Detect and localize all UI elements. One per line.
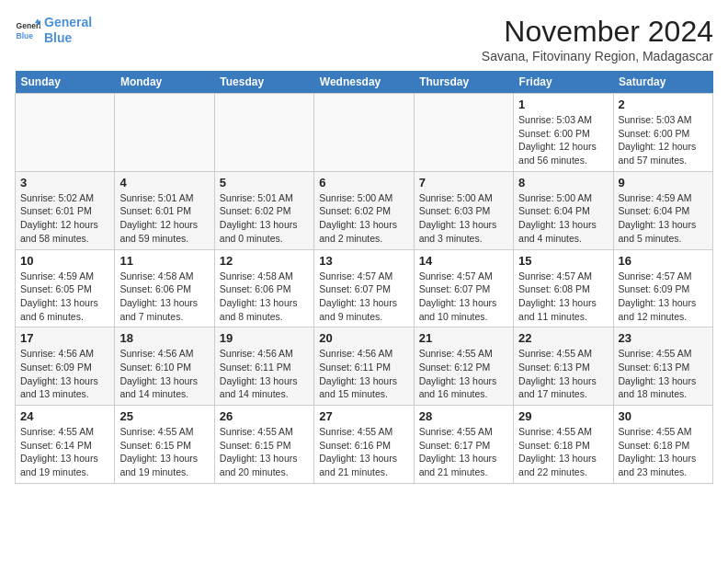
day-cell: 24Sunrise: 4:55 AMSunset: 6:14 PMDayligh… — [16, 406, 115, 484]
day-info: Sunrise: 4:58 AMSunset: 6:06 PMDaylight:… — [119, 270, 209, 324]
day-number: 14 — [419, 254, 508, 268]
day-cell: 5Sunrise: 5:01 AMSunset: 6:02 PMDaylight… — [214, 171, 313, 249]
weekday-header-tuesday: Tuesday — [214, 71, 313, 94]
day-cell: 11Sunrise: 4:58 AMSunset: 6:06 PMDayligh… — [115, 249, 214, 327]
day-cell — [314, 94, 414, 172]
day-info: Sunrise: 5:02 AMSunset: 6:01 PMDaylight:… — [20, 191, 109, 246]
day-number: 17 — [20, 331, 109, 345]
weekday-header-saturday: Saturday — [613, 71, 712, 94]
day-number: 16 — [619, 254, 708, 268]
weekday-header-monday: Monday — [115, 71, 214, 94]
day-info: Sunrise: 4:55 AMSunset: 6:15 PMDaylight:… — [220, 425, 309, 479]
day-cell: 26Sunrise: 4:55 AMSunset: 6:15 PMDayligh… — [214, 406, 313, 484]
day-number: 15 — [518, 254, 608, 268]
month-title: November 2024 — [482, 15, 713, 49]
day-cell: 6Sunrise: 5:00 AMSunset: 6:02 PMDaylight… — [314, 171, 414, 249]
day-info: Sunrise: 4:55 AMSunset: 6:14 PMDaylight:… — [20, 425, 109, 479]
day-cell: 3Sunrise: 5:02 AMSunset: 6:01 PMDaylight… — [16, 171, 115, 249]
day-cell: 9Sunrise: 4:59 AMSunset: 6:04 PMDaylight… — [613, 171, 712, 249]
day-info: Sunrise: 4:55 AMSunset: 6:13 PMDaylight:… — [619, 347, 708, 401]
day-cell: 15Sunrise: 4:57 AMSunset: 6:08 PMDayligh… — [514, 249, 613, 327]
day-number: 21 — [419, 331, 508, 345]
day-info: Sunrise: 5:03 AMSunset: 6:00 PMDaylight:… — [518, 113, 608, 167]
day-number: 10 — [20, 254, 109, 268]
day-number: 8 — [518, 176, 608, 190]
day-info: Sunrise: 4:55 AMSunset: 6:18 PMDaylight:… — [518, 425, 608, 479]
day-info: Sunrise: 4:55 AMSunset: 6:15 PMDaylight:… — [119, 425, 209, 479]
day-cell: 21Sunrise: 4:55 AMSunset: 6:12 PMDayligh… — [414, 327, 513, 406]
day-cell: 7Sunrise: 5:00 AMSunset: 6:03 PMDaylight… — [414, 171, 513, 249]
week-row-4: 17Sunrise: 4:56 AMSunset: 6:09 PMDayligh… — [16, 327, 713, 406]
day-info: Sunrise: 4:55 AMSunset: 6:13 PMDaylight:… — [518, 347, 608, 401]
weekday-header-wednesday: Wednesday — [314, 71, 414, 94]
day-cell: 10Sunrise: 4:59 AMSunset: 6:05 PMDayligh… — [16, 249, 115, 327]
day-cell: 22Sunrise: 4:55 AMSunset: 6:13 PMDayligh… — [514, 327, 613, 406]
day-number: 2 — [619, 98, 708, 111]
day-number: 22 — [518, 331, 608, 345]
day-info: Sunrise: 4:56 AMSunset: 6:10 PMDaylight:… — [119, 347, 209, 401]
weekday-header-sunday: Sunday — [16, 71, 115, 94]
day-number: 7 — [419, 176, 508, 190]
week-row-3: 10Sunrise: 4:59 AMSunset: 6:05 PMDayligh… — [16, 249, 713, 327]
day-info: Sunrise: 4:56 AMSunset: 6:09 PMDaylight:… — [20, 347, 109, 401]
day-info: Sunrise: 5:03 AMSunset: 6:00 PMDaylight:… — [619, 113, 708, 167]
day-cell: 16Sunrise: 4:57 AMSunset: 6:09 PMDayligh… — [613, 249, 712, 327]
week-row-5: 24Sunrise: 4:55 AMSunset: 6:14 PMDayligh… — [16, 406, 713, 484]
day-info: Sunrise: 4:55 AMSunset: 6:17 PMDaylight:… — [419, 425, 508, 479]
day-cell: 8Sunrise: 5:00 AMSunset: 6:04 PMDaylight… — [514, 171, 613, 249]
day-number: 13 — [319, 254, 408, 268]
day-number: 18 — [119, 331, 209, 345]
day-info: Sunrise: 5:01 AMSunset: 6:02 PMDaylight:… — [220, 191, 309, 246]
weekday-header-thursday: Thursday — [414, 71, 513, 94]
day-number: 11 — [119, 254, 209, 268]
day-cell: 17Sunrise: 4:56 AMSunset: 6:09 PMDayligh… — [16, 327, 115, 406]
day-number: 12 — [220, 254, 309, 268]
day-number: 25 — [119, 409, 209, 423]
day-number: 27 — [319, 409, 408, 423]
day-info: Sunrise: 4:56 AMSunset: 6:11 PMDaylight:… — [319, 347, 408, 401]
week-row-1: 1Sunrise: 5:03 AMSunset: 6:00 PMDaylight… — [16, 94, 713, 172]
day-cell — [214, 94, 313, 172]
day-cell: 18Sunrise: 4:56 AMSunset: 6:10 PMDayligh… — [115, 327, 214, 406]
day-number: 5 — [220, 176, 309, 190]
day-info: Sunrise: 4:55 AMSunset: 6:16 PMDaylight:… — [319, 425, 408, 479]
day-number: 6 — [319, 176, 408, 190]
day-number: 26 — [220, 409, 309, 423]
day-number: 23 — [619, 331, 708, 345]
day-cell: 12Sunrise: 4:58 AMSunset: 6:06 PMDayligh… — [214, 249, 313, 327]
svg-text:Blue: Blue — [17, 30, 34, 40]
weekday-header-row: SundayMondayTuesdayWednesdayThursdayFrid… — [16, 71, 713, 94]
day-number: 19 — [220, 331, 309, 345]
day-cell: 1Sunrise: 5:03 AMSunset: 6:00 PMDaylight… — [514, 94, 613, 172]
day-number: 4 — [119, 176, 209, 190]
location-title: Savana, Fitovinany Region, Madagascar — [482, 49, 713, 63]
day-info: Sunrise: 4:59 AMSunset: 6:04 PMDaylight:… — [619, 191, 708, 246]
day-number: 1 — [518, 98, 608, 111]
day-cell: 14Sunrise: 4:57 AMSunset: 6:07 PMDayligh… — [414, 249, 513, 327]
day-cell: 28Sunrise: 4:55 AMSunset: 6:17 PMDayligh… — [414, 406, 513, 484]
day-cell: 29Sunrise: 4:55 AMSunset: 6:18 PMDayligh… — [514, 406, 613, 484]
day-info: Sunrise: 5:00 AMSunset: 6:03 PMDaylight:… — [419, 191, 508, 246]
title-area: November 2024 Savana, Fitovinany Region,… — [482, 15, 713, 63]
day-info: Sunrise: 4:56 AMSunset: 6:11 PMDaylight:… — [220, 347, 309, 401]
day-number: 30 — [619, 409, 708, 423]
logo-icon: General Blue — [15, 17, 40, 43]
day-number: 9 — [619, 176, 708, 190]
day-number: 28 — [419, 409, 508, 423]
day-cell: 19Sunrise: 4:56 AMSunset: 6:11 PMDayligh… — [214, 327, 313, 406]
day-cell: 2Sunrise: 5:03 AMSunset: 6:00 PMDaylight… — [613, 94, 712, 172]
day-info: Sunrise: 4:55 AMSunset: 6:18 PMDaylight:… — [619, 425, 708, 479]
day-cell: 20Sunrise: 4:56 AMSunset: 6:11 PMDayligh… — [314, 327, 414, 406]
day-number: 29 — [518, 409, 608, 423]
day-info: Sunrise: 4:59 AMSunset: 6:05 PMDaylight:… — [20, 270, 109, 324]
day-cell: 30Sunrise: 4:55 AMSunset: 6:18 PMDayligh… — [613, 406, 712, 484]
day-info: Sunrise: 4:57 AMSunset: 6:07 PMDaylight:… — [419, 270, 508, 324]
day-number: 24 — [20, 409, 109, 423]
day-info: Sunrise: 4:58 AMSunset: 6:06 PMDaylight:… — [220, 270, 309, 324]
header: General Blue General Blue November 2024 … — [15, 15, 713, 63]
day-cell — [16, 94, 115, 172]
day-cell — [115, 94, 214, 172]
day-info: Sunrise: 5:00 AMSunset: 6:04 PMDaylight:… — [518, 191, 608, 246]
day-cell: 25Sunrise: 4:55 AMSunset: 6:15 PMDayligh… — [115, 406, 214, 484]
logo: General Blue General Blue — [15, 15, 92, 46]
